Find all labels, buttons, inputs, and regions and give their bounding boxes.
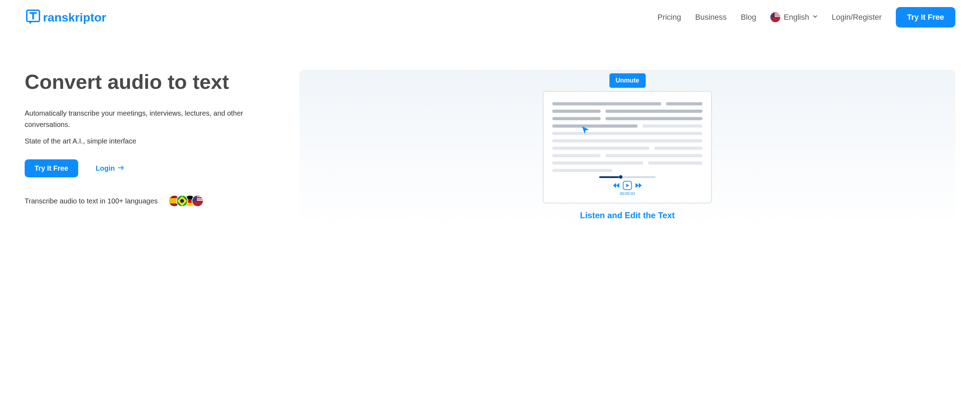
hero-content: Convert audio to text Automatically tran… [25,70,278,227]
hero-title: Convert audio to text [25,70,278,93]
language-selector[interactable]: English [770,12,818,22]
hero-login-link[interactable]: Login [96,164,125,172]
us-flag-icon-2 [192,195,204,207]
logo[interactable]: ranskriptor [25,9,107,26]
hero-cta-button[interactable]: Try It Free [25,159,78,177]
transcript-panel: 00:00:03 [543,91,712,203]
arrow-right-icon [118,165,125,172]
hero-actions: Try It Free Login [25,159,278,177]
rewind-icon[interactable] [613,183,619,188]
forward-icon[interactable] [635,183,642,188]
player-controls [552,181,702,190]
chevron-down-icon [813,14,818,21]
logo-icon [25,9,41,26]
us-flag-icon [770,12,780,22]
cursor-icon [581,125,590,135]
header: ranskriptor Pricing Business Blog Englis… [0,0,980,35]
player-track[interactable] [599,176,655,178]
preview-caption: Listen and Edit the Text [580,210,675,220]
nav-blog[interactable]: Blog [741,13,756,22]
preview-panel: Unmute 00:00:03 [299,70,955,227]
hero-description: Automatically transcribe your meetings, … [25,108,278,130]
flag-stack [169,195,204,207]
play-icon[interactable] [623,181,632,190]
hero-description-2: State of the art A.I., simple interface [25,137,278,145]
nav-pricing[interactable]: Pricing [657,13,681,22]
nav-business[interactable]: Business [695,13,726,22]
logo-text: ranskriptor [43,11,107,24]
languages-text: Transcribe audio to text in 100+ languag… [25,197,158,205]
main-nav: Pricing Business Blog English Login/Regi… [657,7,955,27]
unmute-button[interactable]: Unmute [609,73,646,88]
header-cta-button[interactable]: Try It Free [896,7,955,27]
brazil-flag-icon [176,195,188,207]
login-link-text: Login [96,164,115,172]
language-label: English [784,13,809,22]
languages-footer: Transcribe audio to text in 100+ languag… [25,195,278,207]
nav-login-register[interactable]: Login/Register [832,13,882,22]
player-time: 00:00:03 [552,191,702,196]
hero-section: Convert audio to text Automatically tran… [0,35,980,241]
